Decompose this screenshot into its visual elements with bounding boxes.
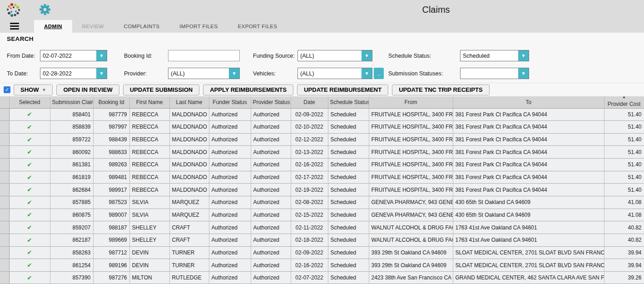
row-selector-cell[interactable] <box>0 133 9 146</box>
table-row[interactable]: ✔858401987779REBECCAMALDONADOAuthorizedA… <box>0 108 644 121</box>
selected-cell[interactable]: ✔ <box>9 121 50 134</box>
column-header-from[interactable]: From <box>369 96 453 108</box>
schedule-status-dropdown-icon[interactable]: ▼ <box>518 50 529 61</box>
selected-cell[interactable]: ✔ <box>9 108 50 121</box>
selected-cell[interactable]: ✔ <box>9 259 50 272</box>
schedule-status-label: Schedule Status: <box>388 53 460 59</box>
update-reimbursement-button[interactable]: UPDATE REIMBURSEMENT <box>297 85 388 95</box>
update-tnc-trip-receipts-button[interactable]: UPDATE TNC TRIP RECEIPTS <box>392 85 489 95</box>
row-selector-cell[interactable] <box>0 209 9 221</box>
select-all-checkbox[interactable]: ✓ <box>4 86 10 93</box>
row-selector-cell[interactable] <box>0 246 9 259</box>
table-row[interactable]: ✔859207988187SHELLEYCRAFTAuthorizedAutho… <box>0 221 644 234</box>
row-selector-cell[interactable] <box>0 259 9 272</box>
column-header-provider_cost[interactable]: ▼Provider Cost <box>604 96 644 108</box>
row-selector-cell[interactable] <box>0 196 9 209</box>
selected-cell[interactable]: ✔ <box>9 209 50 221</box>
to-date-dropdown-icon[interactable]: ▼ <box>96 68 107 79</box>
tab-export-files[interactable]: EXPORT FILES <box>228 20 287 33</box>
cell-schedule_status: Scheduled <box>328 221 369 234</box>
booking-id-input[interactable] <box>168 50 240 61</box>
table-row[interactable]: ✔859722988439REBECCAMALDONADOAuthorizedA… <box>0 133 644 146</box>
column-header-schedule_status[interactable]: Schedule Status <box>328 96 369 108</box>
tab-complaints[interactable]: COMPLAINTS <box>114 20 169 33</box>
apply-reimbursements-button[interactable]: APPLY REIMBURSEMENTS <box>203 85 293 95</box>
cell-date: 02-18-2022 <box>291 234 328 246</box>
from-date-dropdown-icon[interactable]: ▼ <box>96 50 107 61</box>
selected-cell[interactable]: ✔ <box>9 234 50 246</box>
schedule-status-input[interactable] <box>461 50 518 61</box>
selected-cell[interactable]: ✔ <box>9 146 50 159</box>
column-header-funder_status[interactable]: Funder Status <box>209 96 251 108</box>
selected-cell[interactable]: ✔ <box>9 221 50 234</box>
row-selector-cell[interactable] <box>0 271 9 284</box>
funding-source-dropdown-icon[interactable]: ▼ <box>362 50 372 61</box>
column-header-provider_status[interactable]: Provider Status <box>251 96 291 108</box>
show-button[interactable]: SHOW▼ <box>14 85 53 95</box>
cell-booking_id: 987523 <box>93 196 129 209</box>
table-row[interactable]: ✔858839987997REBECCAMALDONADOAuthorizedA… <box>0 121 644 134</box>
submission-statuses-dropdown-icon[interactable]: ▼ <box>518 68 529 79</box>
selected-cell[interactable]: ✔ <box>9 271 50 284</box>
selected-cell[interactable]: ✔ <box>9 171 50 184</box>
settings-gear-icon[interactable] <box>39 4 51 15</box>
row-selector-cell[interactable] <box>0 234 9 246</box>
cell-schedule_status: Scheduled <box>328 159 369 171</box>
vehicles-input[interactable] <box>298 68 362 79</box>
table-row[interactable]: ✔857390987276MILTONRUTLEDGEAuthorizedAut… <box>0 271 644 284</box>
cell-from: 393 29th St Oakland CA 94609 <box>369 259 453 272</box>
cell-schedule_status: Scheduled <box>328 146 369 159</box>
column-header-submission_claim[interactable]: Submission Claim <box>50 96 93 108</box>
column-header-first_name[interactable]: First Name <box>129 96 169 108</box>
column-header-date[interactable]: Date <box>291 96 328 108</box>
vehicles-label: Vehicles: <box>253 70 297 77</box>
cell-provider_status: Authorized <box>251 209 291 221</box>
from-date-input[interactable] <box>40 50 96 61</box>
cell-schedule_status: Scheduled <box>328 121 369 134</box>
column-header-to[interactable]: To <box>453 96 604 108</box>
provider-input[interactable] <box>168 68 229 79</box>
cell-last_name: MALDONADO <box>169 146 209 159</box>
column-header-selected[interactable]: Selected <box>9 96 50 108</box>
vehicles-dropdown-icon[interactable]: ▼ <box>362 68 372 79</box>
tab-review[interactable]: REVIEW <box>72 20 114 33</box>
submission-statuses-input[interactable] <box>461 68 518 79</box>
tab-admin[interactable]: ADMIN <box>34 20 72 33</box>
selected-cell[interactable]: ✔ <box>9 246 50 259</box>
tab-import-files[interactable]: IMPORT FILES <box>169 20 228 33</box>
table-row[interactable]: ✔860092988633REBECCAMALDONADOAuthorizedA… <box>0 146 644 159</box>
table-row[interactable]: ✔861381989263REBECCAMALDONADOAuthorizedA… <box>0 159 644 171</box>
selected-cell[interactable]: ✔ <box>9 184 50 196</box>
open-in-review-button[interactable]: OPEN IN REVIEW <box>56 85 119 95</box>
table-row[interactable]: ✔861819989481REBECCAMALDONADOAuthorizedA… <box>0 171 644 184</box>
cell-provider_cost: 41.08 <box>604 196 644 209</box>
table-row[interactable]: ✔862187989669SHELLEYCRAFTAuthorizedAutho… <box>0 234 644 246</box>
row-selector-cell[interactable] <box>0 171 9 184</box>
update-submission-button[interactable]: UPDATE SUBMISSION <box>123 85 199 95</box>
provider-dropdown-icon[interactable]: ▼ <box>229 68 239 79</box>
column-header-last_name[interactable]: Last Name <box>169 96 209 108</box>
row-selector-cell[interactable] <box>0 221 9 234</box>
vehicles-combo: ▼ <box>297 68 372 79</box>
selected-cell[interactable]: ✔ <box>9 133 50 146</box>
selected-cell[interactable]: ✔ <box>9 196 50 209</box>
table-row[interactable]: ✔858263987712DEVINTURNERAuthorizedAuthor… <box>0 246 644 259</box>
table-row[interactable]: ✔860875989007SILVIAMARQUEZAuthorizedAuth… <box>0 209 644 221</box>
row-selector-cell[interactable] <box>0 121 9 134</box>
row-selector-cell[interactable] <box>0 159 9 171</box>
cell-submission_claim: 858401 <box>50 108 93 121</box>
row-selector-cell[interactable] <box>0 108 9 121</box>
selected-cell[interactable]: ✔ <box>9 159 50 171</box>
to-date-input[interactable] <box>40 68 96 79</box>
vehicles-more-button[interactable]: ... <box>374 68 384 79</box>
table-row[interactable]: ✔861254989196DEVINTURNERAuthorizedAuthor… <box>0 259 644 272</box>
table-row[interactable]: ✔857885987523SILVIAMARQUEZAuthorizedAuth… <box>0 196 644 209</box>
column-header-booking_id[interactable]: Booking Id <box>93 96 129 108</box>
row-selector-cell[interactable] <box>0 146 9 159</box>
table-row[interactable]: ✔862684989917REBECCAMALDONADOAuthorizedA… <box>0 184 644 196</box>
column-header-rowheader[interactable] <box>0 96 9 108</box>
funding-source-input[interactable] <box>298 50 362 61</box>
cell-to: 430 65th St Oakland CA 94609 <box>453 209 604 221</box>
row-selector-cell[interactable] <box>0 184 9 196</box>
hamburger-menu-icon[interactable] <box>10 23 19 33</box>
